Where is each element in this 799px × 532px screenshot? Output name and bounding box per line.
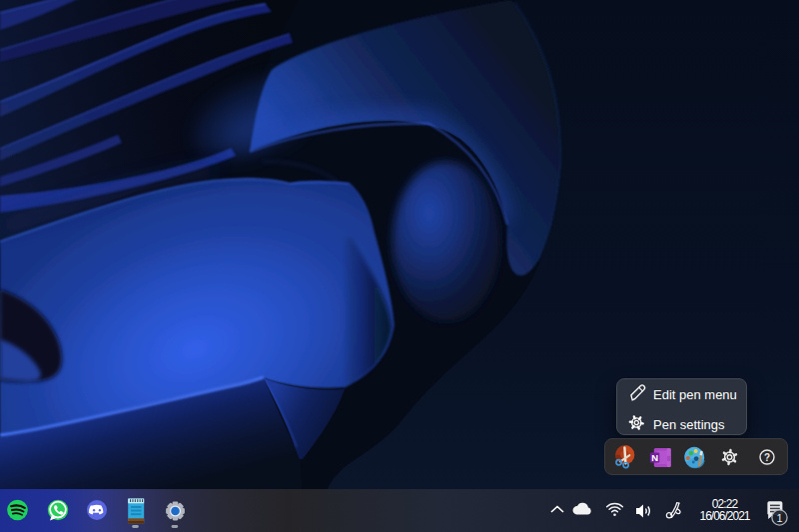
svg-text:N: N <box>651 452 658 463</box>
svg-text:?: ? <box>764 452 770 463</box>
svg-text:1: 1 <box>776 512 782 524</box>
